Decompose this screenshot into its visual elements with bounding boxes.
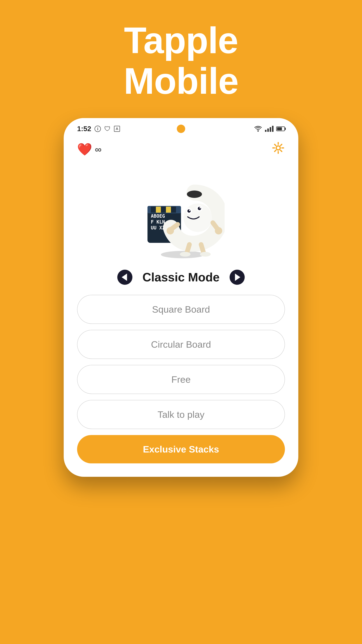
heart-icon: ❤️ [77,142,92,156]
signal-bar-3 [270,127,271,132]
square-board-button[interactable]: Square Board [77,295,285,324]
battery-icon [276,126,285,131]
top-bar: ❤️ ∞ [64,136,298,162]
free-button[interactable]: Free [77,365,285,394]
info-icon: i [94,126,101,132]
svg-point-25 [180,252,191,256]
settings-button[interactable] [272,141,285,157]
next-mode-button[interactable] [230,270,245,285]
svg-point-20 [187,190,202,198]
svg-point-28 [215,227,222,234]
svg-point-18 [198,207,201,210]
circular-board-button[interactable]: Circular Board [77,330,285,359]
mascot-image: ABOEG F KLN UU XZ [137,172,225,260]
mascot-svg: ABOEG F KLN UU XZ [137,172,225,260]
svg-point-15 [187,209,191,213]
time-display: 1:52 [77,125,91,133]
status-bar-left: 1:52 i 🛡 A [77,125,120,133]
prev-mode-button[interactable] [117,270,132,285]
keyboard-icon: A [114,126,120,132]
mode-selector: Classic Mode [64,266,298,293]
camera-notch [177,124,185,133]
signal-bar-2 [267,128,269,132]
svg-rect-7 [161,206,166,213]
exclusive-stacks-button[interactable]: Exclusive Stacks [77,435,285,464]
phone-frame: 1:52 i 🛡 A [64,118,298,477]
svg-point-1 [276,146,280,150]
svg-point-26 [200,252,211,256]
svg-rect-9 [171,206,176,213]
shield-icon: 🛡 [104,125,111,132]
battery-fill [277,127,282,130]
svg-point-16 [189,210,190,211]
battery-tip [285,128,286,130]
mascot-area: ABOEG F KLN UU XZ [64,162,298,266]
battery-container [276,126,285,131]
status-bar-right [254,126,285,132]
svg-rect-8 [166,206,171,213]
app-title: Tapple Mobile [124,20,239,101]
svg-text:UU XZ: UU XZ [151,225,165,230]
signal-bars [265,126,274,132]
svg-point-27 [167,227,174,234]
mode-title: Classic Mode [142,270,220,284]
talk-to-play-button[interactable]: Talk to play [77,400,285,429]
svg-point-19 [199,207,201,208]
svg-rect-6 [156,206,161,213]
signal-bar-4 [272,126,274,132]
svg-text:ABOEG: ABOEG [151,213,165,219]
lives-count: ∞ [95,144,102,155]
svg-rect-5 [151,206,156,213]
heart-lives: ❤️ ∞ [77,142,102,156]
buttons-section: Square Board Circular Board Free Talk to… [64,293,298,464]
wifi-icon [254,126,262,132]
camera-dot [177,124,185,133]
svg-text:F KLN: F KLN [151,219,165,225]
signal-bar-1 [265,130,267,132]
svg-line-24 [201,244,204,253]
status-bar: 1:52 i 🛡 A [64,118,298,136]
svg-point-0 [257,130,259,132]
svg-line-23 [187,244,189,253]
